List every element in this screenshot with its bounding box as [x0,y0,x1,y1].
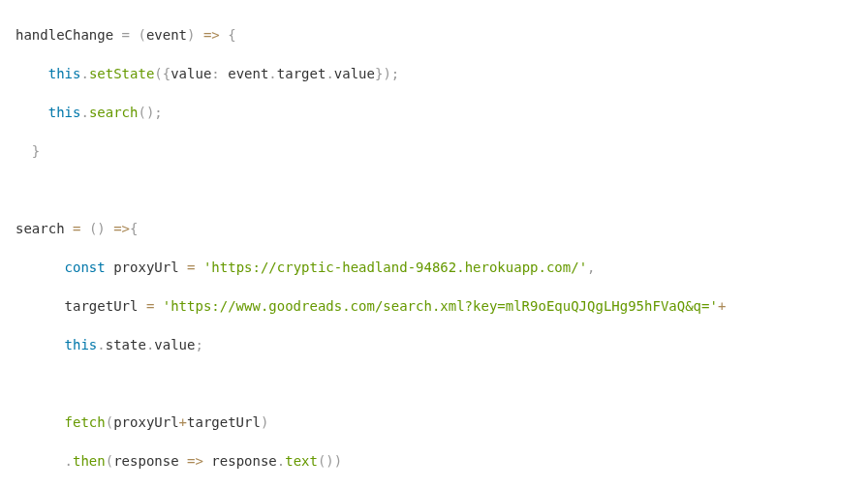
paren: ( [106,414,113,430]
code-line [0,374,868,393]
paren: ) [261,414,268,430]
space [106,260,113,275]
code-line: this.search(); [0,103,868,122]
keyword-this: this [48,105,81,120]
identifier: proxyUrl [113,414,178,430]
arrow: => [203,27,220,43]
space [138,298,145,314]
semicolon: ; [195,337,202,352]
punct: ({ [154,66,170,81]
punct: = ( [113,27,146,43]
brace: } [32,143,40,159]
identifier: value [334,66,375,81]
code-editor: handleChange = (event) => { this.setStat… [0,0,868,489]
function-call: fetch [65,414,106,430]
colon: : [211,66,219,81]
dot: . [326,66,333,81]
indent [16,337,65,352]
code-line: this.state.value; [0,335,868,354]
identifier: response [211,453,276,469]
identifier: search [16,221,65,236]
string: 'https://www.goodreads.com/search.xml?ke… [163,298,718,314]
dot: . [80,105,88,120]
space [179,260,187,275]
indent [16,453,65,469]
identifier: targetUrl [65,298,139,314]
code-line: const proxyUrl = 'https://cryptic-headla… [0,258,868,277]
paren: ( [106,453,113,469]
space [65,221,73,236]
indent [16,414,65,430]
punct: () [80,221,113,236]
space [195,260,202,275]
dot: . [80,66,88,81]
indent [16,298,65,314]
space [220,66,228,81]
identifier: state [106,337,146,352]
method: text [285,453,318,469]
plus: + [718,298,726,314]
method: search [89,105,139,120]
identifier: proxyUrl [113,260,178,275]
punct: (); [138,105,162,120]
keyword-this: this [48,66,81,81]
prop-key: value [170,66,211,81]
identifier: handleChange [16,27,113,43]
code-line: } [0,141,868,161]
keyword-const: const [65,260,106,275]
code-line: search = () =>{ [0,219,868,238]
dot: . [97,337,105,352]
identifier: value [154,337,195,352]
identifier: target [277,66,326,81]
keyword-this: this [65,337,98,352]
punct: ()) [318,453,342,469]
punct: }); [375,66,399,81]
method: setState [89,66,154,81]
identifier: targetUrl [187,414,261,430]
code-line: fetch(proxyUrl+targetUrl) [0,413,868,432]
method: then [73,453,106,469]
param: response [113,453,178,469]
indent [16,143,32,159]
dot: . [65,453,73,469]
brace: { [220,27,236,43]
comma: , [587,260,595,275]
brace: { [130,221,138,236]
indent [16,105,48,120]
arrow: => [113,221,130,236]
space [154,298,162,314]
string: 'https://cryptic-headland-94862.herokuap… [203,260,587,275]
arrow: => [187,453,203,469]
code-line: this.setState({value: event.target.value… [0,64,868,83]
dot: . [268,66,276,81]
punct: ) [187,27,203,43]
code-line: targetUrl = 'https://www.goodreads.com/s… [0,296,868,316]
indent [16,260,65,275]
space [179,453,187,469]
plus: + [179,414,187,430]
code-line [0,180,868,199]
code-line: .then(response => response.text()) [0,451,868,471]
dot: . [277,453,285,469]
indent [16,66,48,81]
identifier: event [228,66,268,81]
param: event [146,27,187,43]
code-line: handleChange = (event) => { [0,25,868,45]
